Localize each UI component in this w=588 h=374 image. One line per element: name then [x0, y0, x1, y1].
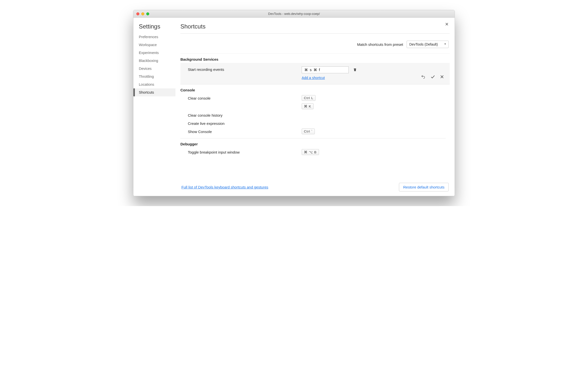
preset-select[interactable]: DevTools (Default): [407, 41, 449, 48]
revert-shortcut-icon[interactable]: [420, 75, 426, 79]
preset-row: Match shortcuts from preset DevTools (De…: [180, 34, 450, 53]
shortcut-label: Toggle breakpoint input window: [188, 149, 302, 154]
sidebar-item-blackboxing[interactable]: Blackboxing: [133, 57, 175, 65]
section-console: Console: [180, 84, 446, 94]
sidebar-item-locations[interactable]: Locations: [133, 80, 175, 88]
shortcut-key-input[interactable]: [302, 66, 349, 73]
preset-label: Match shortcuts from preset: [357, 42, 403, 47]
shortcut-row-clear-history[interactable]: Clear console history: [180, 111, 446, 119]
confirm-shortcut-icon[interactable]: [430, 74, 435, 79]
sidebar-item-experiments[interactable]: Experiments: [133, 49, 175, 57]
sidebar-heading: Settings: [133, 23, 175, 33]
sidebar-item-workspace[interactable]: Workspace: [133, 41, 175, 49]
zoom-window-button[interactable]: [146, 12, 149, 15]
traffic-lights: [133, 12, 149, 15]
sidebar-item-preferences[interactable]: Preferences: [133, 33, 175, 41]
full-shortcut-list-link[interactable]: Full list of DevTools keyboard shortcuts…: [181, 185, 268, 189]
shortcut-label-start-recording: Start recording events: [188, 66, 302, 72]
devtools-settings-window: DevTools - web.dev/why-coop-coep/ ✕ Sett…: [133, 10, 455, 196]
minimize-window-button[interactable]: [141, 12, 144, 15]
shortcut-row-create-live-expression[interactable]: Create live expression: [180, 119, 446, 127]
section-debugger: Debugger: [180, 138, 446, 148]
shortcut-key: ⌘ ⌥ B: [302, 149, 319, 155]
preset-select-value: DevTools (Default): [409, 42, 438, 46]
shortcut-key: ⌘ K: [302, 103, 314, 109]
shortcut-row-toggle-breakpoint[interactable]: Toggle breakpoint input window ⌘ ⌥ B: [180, 148, 446, 157]
close-window-button[interactable]: [136, 12, 139, 15]
shortcut-label: Clear console history: [188, 112, 302, 117]
footer: Full list of DevTools keyboard shortcuts…: [180, 179, 450, 196]
shortcut-label: Create live expression: [188, 120, 302, 126]
cancel-shortcut-icon[interactable]: [440, 75, 444, 79]
delete-shortcut-icon[interactable]: [353, 68, 357, 72]
shortcut-label: Show Console: [188, 129, 302, 134]
restore-defaults-button[interactable]: Restore default shortcuts: [399, 183, 449, 191]
sidebar-item-shortcuts[interactable]: Shortcuts: [133, 88, 175, 96]
add-shortcut-link[interactable]: Add a shortcut: [302, 76, 325, 80]
sidebar-item-devices[interactable]: Devices: [133, 65, 175, 73]
titlebar: DevTools - web.dev/why-coop-coep/: [133, 10, 455, 18]
shortcut-label: Clear console: [188, 95, 302, 100]
page-title: Shortcuts: [180, 23, 450, 34]
main-panel: Shortcuts Match shortcuts from preset De…: [175, 18, 455, 196]
settings-sidebar: Settings Preferences Workspace Experimen…: [133, 18, 175, 196]
shortcut-key: Ctrl L: [302, 95, 316, 101]
shortcut-row-clear-console[interactable]: Clear console Ctrl L ⌘ K: [180, 94, 446, 111]
close-settings-button[interactable]: ✕: [444, 21, 450, 28]
window-title: DevTools - web.dev/why-coop-coep/: [133, 12, 455, 16]
shortcut-key: Ctrl `: [302, 129, 315, 134]
shortcut-row-show-console[interactable]: Show Console Ctrl `: [180, 127, 446, 136]
shortcut-row-editing: Start recording events Add a shortcut: [180, 63, 450, 84]
sidebar-item-throttling[interactable]: Throttling: [133, 73, 175, 80]
section-background-services: Background Services: [180, 54, 446, 63]
shortcuts-scroll[interactable]: Background Services Start recording even…: [180, 53, 450, 179]
